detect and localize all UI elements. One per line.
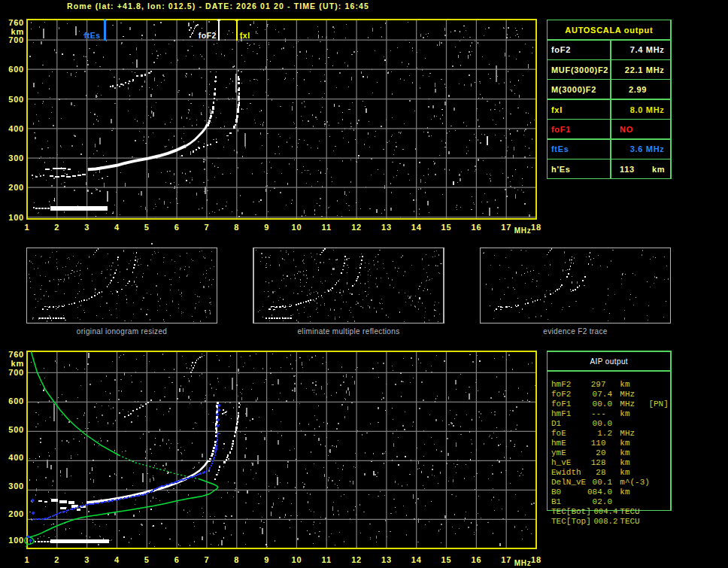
svg-text:297: 297 (591, 380, 606, 389)
svg-text:foF1: foF1 (551, 125, 571, 134)
svg-text:1: 1 (25, 223, 30, 232)
svg-text:700: 700 (8, 368, 24, 377)
svg-text:9: 9 (264, 223, 269, 232)
svg-text:600: 600 (8, 396, 24, 405)
svg-text:084.0: 084.0 (587, 488, 612, 497)
svg-text:ftEs: ftEs (84, 31, 101, 40)
svg-text:---: --- (591, 409, 606, 418)
svg-text:16: 16 (471, 555, 481, 564)
svg-text:10: 10 (291, 555, 302, 564)
svg-text:7.4 MHz: 7.4 MHz (630, 45, 665, 54)
svg-text:2: 2 (54, 223, 59, 232)
svg-text:ymE: ymE (551, 448, 566, 457)
svg-text:8: 8 (234, 223, 239, 232)
svg-text:km: km (11, 359, 25, 368)
svg-text:NO: NO (620, 125, 633, 134)
svg-text:Ewidth: Ewidth (551, 468, 581, 477)
svg-text:8.0 MHz: 8.0 MHz (630, 105, 665, 114)
svg-text:18: 18 (531, 555, 541, 564)
svg-text:7: 7 (204, 555, 209, 564)
svg-text:foF2: foF2 (551, 390, 571, 399)
svg-text:11: 11 (322, 555, 332, 564)
svg-text:hmF2: hmF2 (551, 380, 571, 389)
svg-text:7: 7 (204, 223, 209, 232)
svg-text:13: 13 (381, 223, 392, 232)
svg-text:M(3000)F2: M(3000)F2 (551, 85, 596, 94)
svg-text:5: 5 (144, 223, 150, 232)
svg-text:128: 128 (591, 458, 606, 467)
svg-text:km: km (620, 458, 630, 467)
svg-text:760: 760 (8, 18, 24, 27)
svg-text:9: 9 (264, 555, 269, 564)
svg-text:16: 16 (471, 223, 481, 232)
svg-text:TECU: TECU (620, 517, 639, 526)
svg-text:100: 100 (8, 536, 24, 545)
svg-text:TEC[Top]: TEC[Top] (551, 517, 591, 526)
svg-text:3.6 MHz: 3.6 MHz (630, 144, 665, 153)
svg-text:200: 200 (8, 509, 24, 518)
svg-text:22.1 MHz: 22.1 MHz (625, 65, 665, 74)
svg-text:foE: foE (551, 429, 566, 438)
svg-text:foF1: foF1 (551, 399, 572, 409)
svg-text:fxI: fxI (240, 31, 250, 40)
svg-text:D1: D1 (551, 419, 562, 428)
svg-text:500: 500 (8, 425, 24, 434)
svg-text:AUTOSCALA output: AUTOSCALA output (565, 26, 653, 35)
svg-text:B0: B0 (551, 488, 561, 497)
svg-text:17: 17 (501, 555, 511, 564)
svg-text:km: km (652, 165, 665, 174)
svg-text:1.2: 1.2 (597, 429, 612, 438)
svg-text:MUF(3000)F2: MUF(3000)F2 (551, 65, 608, 74)
svg-text:fxI: fxI (551, 105, 563, 114)
svg-text:DelN_vE: DelN_vE (551, 478, 587, 487)
svg-text:hmF1: hmF1 (551, 409, 572, 418)
svg-text:Rome (lat: +41.8, lon: 012.5): Rome (lat: +41.8, lon: 012.5) - DATE: 20… (67, 2, 369, 11)
svg-text:18: 18 (531, 223, 541, 232)
svg-text:500: 500 (8, 95, 24, 104)
svg-text:07.4: 07.4 (593, 390, 613, 399)
svg-text:14: 14 (411, 555, 422, 564)
svg-text:15: 15 (441, 555, 452, 564)
svg-text:hmE: hmE (551, 439, 566, 448)
svg-text:004.4: 004.4 (594, 507, 618, 516)
svg-text:28: 28 (596, 468, 605, 477)
svg-text:ftEs: ftEs (551, 144, 569, 153)
svg-text:4: 4 (114, 223, 120, 232)
svg-text:400: 400 (8, 453, 24, 462)
svg-text:original ionogram resized: original ionogram resized (77, 327, 167, 336)
svg-text:13: 13 (381, 555, 392, 564)
svg-text:17: 17 (501, 223, 511, 232)
svg-text:110: 110 (591, 439, 606, 448)
svg-text:h_vE: h_vE (551, 458, 572, 467)
svg-text:TEC[Bot]: TEC[Bot] (551, 507, 591, 516)
svg-text:MHz: MHz (514, 559, 532, 567)
svg-text:foF2: foF2 (199, 31, 217, 40)
svg-text:5: 5 (144, 555, 150, 564)
svg-text:3: 3 (84, 555, 89, 564)
svg-text:12: 12 (351, 555, 362, 564)
svg-text:km: km (620, 409, 630, 418)
svg-text:700: 700 (8, 35, 24, 44)
svg-text:12: 12 (351, 223, 362, 232)
svg-text:760: 760 (8, 350, 24, 359)
svg-text:10: 10 (291, 223, 302, 232)
svg-text:14: 14 (411, 223, 422, 232)
svg-text:00.0: 00.0 (593, 419, 612, 428)
svg-text:MHz: MHz (620, 390, 635, 399)
svg-text:15: 15 (441, 223, 452, 232)
svg-text:4: 4 (114, 555, 120, 564)
svg-text:2: 2 (54, 555, 59, 564)
svg-text:AIP output: AIP output (590, 357, 629, 366)
svg-text:300: 300 (8, 481, 24, 491)
svg-text:100: 100 (8, 213, 24, 222)
svg-text:B1: B1 (551, 497, 562, 506)
svg-text:300: 300 (8, 153, 24, 163)
svg-text:km: km (620, 448, 630, 457)
svg-text:00.0: 00.0 (593, 399, 612, 409)
svg-text:MHz: MHz (620, 429, 635, 438)
svg-text:6: 6 (174, 555, 180, 564)
svg-text:1: 1 (25, 555, 30, 564)
svg-text:km: km (620, 468, 630, 477)
svg-text:TECU: TECU (620, 507, 639, 516)
svg-text:km: km (620, 488, 630, 497)
